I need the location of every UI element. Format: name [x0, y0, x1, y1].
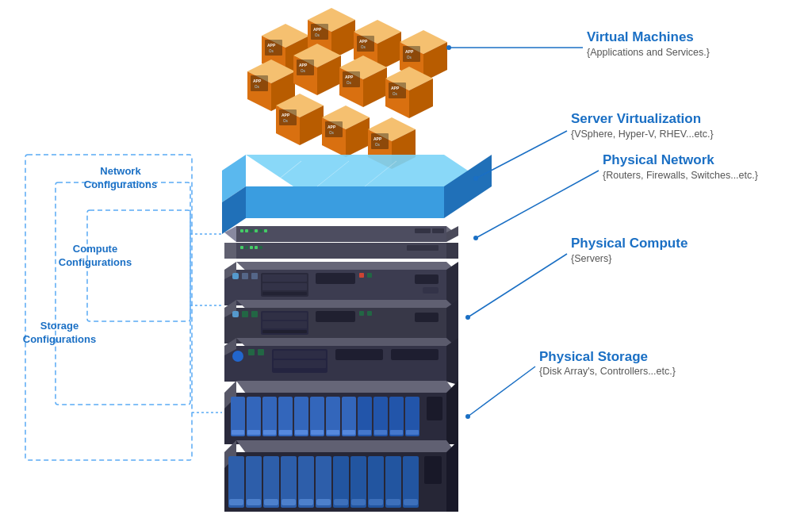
label-ps-title: Physical Storage [539, 349, 648, 364]
svg-rect-131 [248, 349, 255, 355]
svg-rect-163 [374, 430, 387, 435]
svg-rect-79 [245, 229, 248, 232]
svg-marker-92 [224, 243, 236, 259]
svg-rect-116 [242, 311, 248, 317]
svg-text:APP: APP [405, 49, 414, 54]
svg-rect-78 [240, 229, 243, 232]
svg-rect-80 [250, 229, 253, 232]
svg-rect-110 [423, 287, 439, 294]
label-virtual-machines: Virtual Machines {Applications and Servi… [446, 29, 710, 58]
label-storage-config-2: Configurations [23, 333, 96, 345]
svg-rect-119 [262, 313, 307, 320]
svg-rect-9 [311, 24, 328, 40]
svg-rect-124 [367, 311, 372, 316]
svg-rect-87 [240, 246, 243, 249]
server-unit-3 [224, 338, 458, 385]
svg-point-203 [465, 414, 470, 419]
svg-rect-165 [406, 430, 419, 435]
svg-point-199 [473, 236, 478, 240]
svg-text:Os: Os [375, 143, 381, 147]
svg-rect-107 [359, 273, 364, 278]
label-pc-sub: {Servers} [571, 253, 611, 264]
label-vm-title: Virtual Machines [587, 29, 694, 44]
svg-rect-162 [358, 430, 371, 435]
svg-text:APP: APP [391, 86, 400, 90]
svg-rect-103 [262, 274, 307, 282]
svg-rect-154 [232, 430, 244, 435]
svg-text:APP: APP [267, 43, 276, 48]
svg-rect-109 [415, 274, 439, 284]
storage-unit-2 [224, 440, 458, 512]
svg-rect-84 [415, 228, 431, 233]
svg-rect-105 [262, 292, 307, 295]
svg-text:Os: Os [393, 92, 398, 96]
svg-rect-182 [229, 499, 243, 505]
label-pc-title: Physical Compute [571, 236, 688, 251]
label-pn-title: Physical Network [603, 152, 714, 167]
compute-config-box [56, 182, 190, 405]
svg-marker-93 [446, 243, 458, 259]
svg-text:Os: Os [255, 85, 260, 89]
svg-rect-63 [371, 133, 389, 149]
svg-rect-90 [255, 246, 258, 249]
svg-text:Os: Os [283, 119, 289, 123]
svg-rect-115 [232, 311, 239, 317]
svg-rect-15 [357, 36, 374, 52]
svg-rect-100 [242, 273, 248, 279]
svg-rect-57 [325, 121, 343, 137]
svg-rect-94 [407, 245, 439, 251]
svg-rect-104 [262, 283, 307, 290]
svg-rect-99 [232, 273, 239, 279]
label-sv-sub: {VSphere, Hyper-V, RHEV...etc.} [571, 129, 714, 140]
svg-line-202 [468, 367, 535, 416]
label-pn-sub: {Routers, Firewalls, Switches...etc.} [603, 170, 758, 181]
svg-rect-160 [327, 430, 339, 435]
label-vm-sub: {Applications and Services.} [587, 47, 710, 58]
svg-rect-188 [334, 499, 348, 505]
svg-rect-89 [250, 246, 253, 249]
svg-text:Os: Os [315, 33, 320, 37]
svg-rect-88 [245, 246, 248, 249]
svg-text:APP: APP [282, 113, 290, 117]
svg-rect-132 [258, 349, 264, 355]
label-network-config: Network [100, 165, 141, 177]
label-physical-storage: Physical Storage {Disk Array's, Controll… [465, 349, 676, 419]
diagram-container: APP Os APP Os APP Os [0, 0, 812, 522]
label-storage-config: Storage [40, 320, 79, 332]
label-physical-compute: Physical Compute {Servers} [465, 236, 688, 320]
svg-rect-164 [390, 430, 403, 435]
svg-rect-166 [427, 397, 442, 420]
svg-text:Os: Os [407, 56, 412, 59]
svg-point-195 [446, 45, 451, 50]
svg-rect-106 [316, 273, 355, 284]
svg-text:Os: Os [329, 131, 335, 135]
svg-text:APP: APP [327, 125, 336, 129]
svg-rect-21 [403, 46, 420, 62]
svg-marker-67 [246, 186, 444, 218]
svg-rect-117 [251, 311, 258, 317]
svg-rect-155 [247, 430, 260, 435]
network-switch-1 [224, 226, 458, 242]
label-network-config-2: Configurations [84, 178, 157, 190]
svg-rect-91 [259, 246, 262, 249]
storage-unit-1 [224, 381, 458, 444]
svg-rect-135 [274, 360, 326, 368]
network-switch-2 [224, 243, 458, 259]
svg-point-201 [465, 315, 470, 320]
svg-text:Os: Os [361, 45, 366, 49]
svg-rect-190 [369, 499, 383, 505]
svg-rect-122 [316, 311, 355, 322]
svg-rect-108 [367, 273, 372, 278]
svg-rect-85 [432, 228, 444, 233]
svg-rect-183 [247, 499, 261, 505]
svg-rect-161 [343, 430, 355, 435]
svg-rect-3 [265, 40, 282, 56]
svg-rect-134 [274, 351, 326, 359]
svg-rect-45 [389, 83, 406, 98]
label-sv-title: Server Virtualization [571, 111, 701, 126]
svg-rect-193 [424, 456, 442, 484]
svg-rect-184 [264, 499, 278, 505]
svg-rect-136 [335, 349, 383, 360]
svg-text:Os: Os [347, 81, 352, 85]
svg-text:APP: APP [253, 79, 262, 83]
